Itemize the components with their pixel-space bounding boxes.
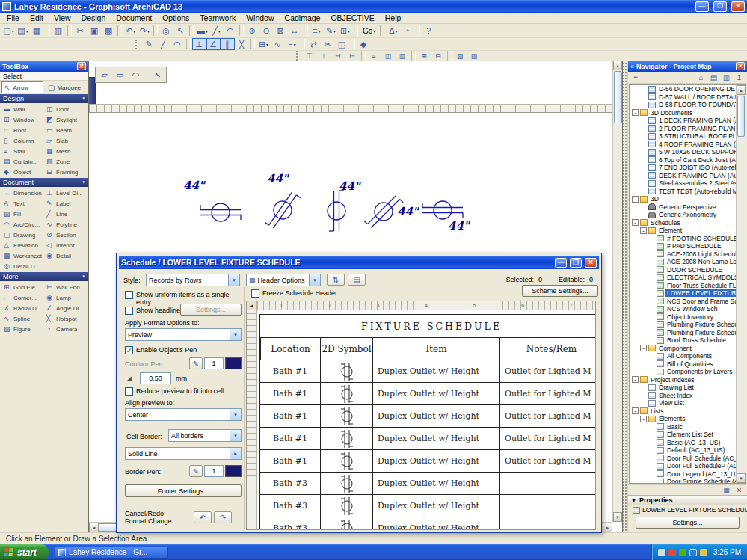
- contour-pen-number-field[interactable]: [204, 357, 224, 369]
- table-row[interactable]: Bath #3: [260, 517, 596, 530]
- sort-icon[interactable]: ⇅: [327, 274, 345, 286]
- column-split-icon[interactable]: ◫: [381, 52, 396, 61]
- tree-item[interactable]: Steel Assemblies 2 Steel Assemblies: [630, 179, 736, 188]
- menu-item[interactable]: Options: [157, 13, 194, 23]
- perpendicular-snap-icon[interactable]: ⊥: [192, 38, 206, 50]
- pen-icon[interactable]: ✎: [189, 357, 203, 369]
- find-select-icon[interactable]: ◎: [159, 25, 173, 37]
- tree-item[interactable]: ACE-2008 Non-Lamp Loads (Ele: [630, 258, 736, 266]
- toolbox-tool[interactable]: ⊥Level Di...: [44, 188, 87, 198]
- navigator-close-icon[interactable]: ✕: [736, 62, 745, 70]
- toolbox-tool[interactable]: ▤Curtain...: [1, 156, 44, 167]
- start-button[interactable]: start: [0, 544, 49, 560]
- line-weight-field[interactable]: [140, 372, 171, 384]
- align-preview-select[interactable]: Center ▼: [125, 408, 242, 421]
- arc-tool-icon[interactable]: ◠: [224, 25, 238, 37]
- tree-item[interactable]: Plumbing Fixture Schedule Main: [630, 329, 736, 337]
- print-icon[interactable]: ▥: [52, 25, 66, 37]
- tree-item[interactable]: Door Full ScheduleP (AC_13_US): [630, 462, 736, 470]
- tree-expander-icon[interactable]: -: [640, 416, 647, 422]
- menu-item[interactable]: OBJECTIVE: [325, 13, 379, 23]
- fit-in-window-icon[interactable]: ⊠: [274, 25, 288, 37]
- tree-item[interactable]: D-57 WALL / ROOF DETAIL (Drawin: [630, 93, 736, 102]
- dialog-maximize-button[interactable]: ❐: [570, 258, 582, 268]
- tree-item[interactable]: 3 STRUCTURAL ROOF PLAN (Auto-: [630, 132, 736, 141]
- align-right-icon[interactable]: ⊢: [345, 52, 360, 61]
- toolbar-icon[interactable]: [416, 25, 420, 36]
- camera-icon[interactable]: ◔: [400, 25, 414, 37]
- tree-scrollbar[interactable]: ▲ ▼: [736, 85, 746, 483]
- go-button[interactable]: Go▾: [360, 25, 378, 37]
- new-file-icon[interactable]: ▢▾: [1, 25, 16, 37]
- toolbox-tool[interactable]: ✎Label: [44, 198, 87, 209]
- toolbar-icon[interactable]: [447, 51, 452, 61]
- fill-icon[interactable]: ▨: [467, 52, 482, 61]
- tray-icon-5[interactable]: [700, 549, 707, 556]
- align-left-icon[interactable]: ⊣: [331, 52, 345, 61]
- apply-format-select[interactable]: Preview ▼: [125, 328, 242, 341]
- tree-item[interactable]: ACE-2008 Light Schedule (Elect: [630, 250, 736, 259]
- toolbox-tool[interactable]: ∡Radial D...: [1, 303, 44, 313]
- tree-item[interactable]: 7 END JOIST ISO (Auto-rebuild Mo: [630, 164, 736, 172]
- toolbar-icon[interactable]: [117, 25, 122, 36]
- tree-item[interactable]: - 3D Documents: [630, 109, 736, 117]
- toolbox-tool[interactable]: ⌂Roof: [1, 125, 44, 135]
- toolbox-title-bar[interactable]: ToolBox ✕: [0, 61, 88, 72]
- menu-item[interactable]: View: [49, 13, 76, 23]
- properties-header[interactable]: ▼ Properties: [628, 495, 747, 505]
- align-bottom-icon[interactable]: ⊥: [317, 52, 331, 61]
- dialog-minimize-button[interactable]: —: [555, 258, 567, 268]
- toolbox-tool[interactable]: ◠Arc/Circ...: [1, 219, 44, 230]
- toolbox-tool[interactable]: ◁Interior...: [44, 240, 87, 250]
- draw-line-icon[interactable]: ╱: [156, 38, 170, 50]
- toolbar-icon[interactable]: [304, 25, 308, 36]
- project-map-icon[interactable]: ⌂: [695, 73, 707, 83]
- toolbar-icon[interactable]: [239, 25, 244, 36]
- toolbox-tool[interactable]: AText: [1, 198, 44, 209]
- toolbox-section-document[interactable]: Document▾: [0, 178, 88, 187]
- toolbox-tool[interactable]: ◫Door: [44, 104, 87, 114]
- toolbox-tool[interactable]: ∠Angle Di...: [44, 303, 87, 313]
- tray-icon-4[interactable]: [689, 549, 697, 556]
- reduce-preview-checkbox[interactable]: Reduce preview to fit into cell: [125, 387, 224, 396]
- toolbox-tool[interactable]: ▧Figure: [1, 324, 44, 334]
- toolbox-tool[interactable]: ▦Worksheet: [1, 250, 44, 261]
- maximize-button[interactable]: ❐: [713, 1, 727, 12]
- view-map-icon[interactable]: ▤: [707, 73, 720, 83]
- menu-item[interactable]: Design: [76, 13, 111, 23]
- scroll-thumb[interactable]: [737, 96, 745, 137]
- header-options-select[interactable]: ▦ Header Options ▼: [246, 274, 321, 286]
- table-row[interactable]: Bath #1: [260, 450, 596, 473]
- toolbox-tool[interactable]: ≡Stair: [1, 146, 44, 156]
- toolbar-icon[interactable]: [189, 25, 194, 36]
- tree-item[interactable]: 2 FLOOR FRAMING PLAN (Auto-reb: [630, 125, 736, 133]
- distribute-icon[interactable]: ≡: [367, 52, 381, 61]
- style-select[interactable]: Records by Rows ▼: [146, 274, 240, 286]
- zoom-out-icon[interactable]: ⊖: [259, 25, 274, 37]
- settings-button[interactable]: Settings...: [636, 517, 740, 529]
- layers-icon[interactable]: ≡▾: [310, 25, 324, 37]
- tray-icon-1[interactable]: [658, 549, 665, 556]
- toolbar-icon[interactable]: [351, 39, 355, 49]
- tree-item[interactable]: - Component: [630, 345, 736, 353]
- scroll-down-icon[interactable]: ▼: [737, 473, 746, 483]
- 3d-view-icon[interactable]: Δ▾: [386, 25, 400, 37]
- tree-expander-icon[interactable]: -: [632, 196, 639, 203]
- menu-item[interactable]: Edit: [25, 13, 49, 23]
- toolbox-tool[interactable]: ⌐Corner...: [1, 292, 44, 303]
- tree-item[interactable]: D-56 DOOR OPENING DETAIL (Dra: [630, 85, 736, 93]
- toolbox-tool[interactable]: ▱Slab: [44, 135, 87, 146]
- tree-item[interactable]: Door Legend (AC_13_US): [630, 470, 736, 479]
- paste-icon[interactable]: ▩: [102, 25, 116, 37]
- toolbox-tool[interactable]: ◉Lamp: [44, 292, 87, 303]
- toolbox-tool[interactable]: ⊢Wall End: [44, 282, 87, 292]
- tree-item[interactable]: TEST TEST (Auto-rebuild Model): [630, 188, 736, 196]
- spline-icon[interactable]: ∿: [271, 38, 285, 50]
- contour-pen-color-swatch[interactable]: [225, 357, 242, 369]
- canvas-vertical-scrollbar[interactable]: ▲ ▼: [612, 61, 622, 522]
- pen-sets-icon[interactable]: ✎▾: [324, 25, 338, 37]
- tree-expander-icon[interactable]: -: [632, 109, 639, 116]
- toolbar-icon[interactable]: [186, 39, 191, 49]
- cell-border-select[interactable]: All borders ▼: [168, 429, 242, 442]
- tree-item[interactable]: Generic Axonometry: [630, 211, 736, 219]
